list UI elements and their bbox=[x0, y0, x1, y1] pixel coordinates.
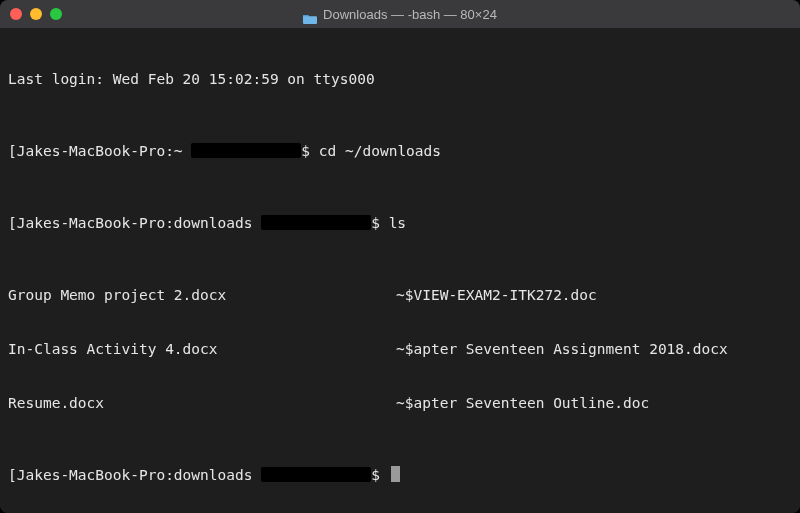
cursor bbox=[391, 466, 400, 482]
close-button[interactable] bbox=[10, 8, 22, 20]
prompt-dollar: $ bbox=[371, 467, 388, 483]
ls-item: In-Class Activity 4.docx bbox=[8, 340, 396, 358]
prompt-dollar: $ bbox=[301, 143, 318, 159]
prompt-host: Jakes-MacBook-Pro:~ bbox=[17, 143, 183, 159]
titlebar: Downloads — -bash — 80×24 bbox=[0, 0, 800, 28]
ls-item: Resume.docx bbox=[8, 394, 396, 412]
prompt-line-1: [Jakes-MacBook-Pro:~ $ cd ~/downloads bbox=[8, 142, 792, 160]
command-text: cd ~/downloads bbox=[319, 143, 441, 159]
ls-item: ~$apter Seventeen Assignment 2018.docx bbox=[396, 340, 792, 358]
minimize-button[interactable] bbox=[30, 8, 42, 20]
prompt-dollar: $ bbox=[371, 215, 388, 231]
title-center: Downloads — -bash — 80×24 bbox=[0, 7, 800, 22]
terminal-window: Downloads — -bash — 80×24 Last login: We… bbox=[0, 0, 800, 513]
window-title: Downloads — -bash — 80×24 bbox=[323, 7, 497, 22]
redacted-user bbox=[261, 467, 371, 482]
ls-item: ~$apter Seventeen Outline.doc bbox=[396, 394, 792, 412]
last-login-line: Last login: Wed Feb 20 15:02:59 on ttys0… bbox=[8, 70, 792, 88]
redacted-user bbox=[261, 215, 371, 230]
terminal-body[interactable]: Last login: Wed Feb 20 15:02:59 on ttys0… bbox=[0, 28, 800, 513]
maximize-button[interactable] bbox=[50, 8, 62, 20]
folder-icon bbox=[303, 9, 317, 20]
traffic-lights bbox=[0, 8, 62, 20]
ls-output-row: Resume.docx ~$apter Seventeen Outline.do… bbox=[8, 394, 792, 412]
prompt-line-2: [Jakes-MacBook-Pro:downloads $ ls bbox=[8, 214, 792, 232]
prompt-line-3: [Jakes-MacBook-Pro:downloads $ bbox=[8, 466, 792, 484]
ls-item: Group Memo project 2.docx bbox=[8, 286, 396, 304]
ls-item: ~$VIEW-EXAM2-ITK272.doc bbox=[396, 286, 792, 304]
prompt-host: Jakes-MacBook-Pro:downloads bbox=[17, 215, 253, 231]
prompt-host: Jakes-MacBook-Pro:downloads bbox=[17, 467, 253, 483]
ls-output-row: Group Memo project 2.docx ~$VIEW-EXAM2-I… bbox=[8, 286, 792, 304]
redacted-user bbox=[191, 143, 301, 158]
command-text: ls bbox=[389, 215, 406, 231]
ls-output-row: In-Class Activity 4.docx ~$apter Sevente… bbox=[8, 340, 792, 358]
